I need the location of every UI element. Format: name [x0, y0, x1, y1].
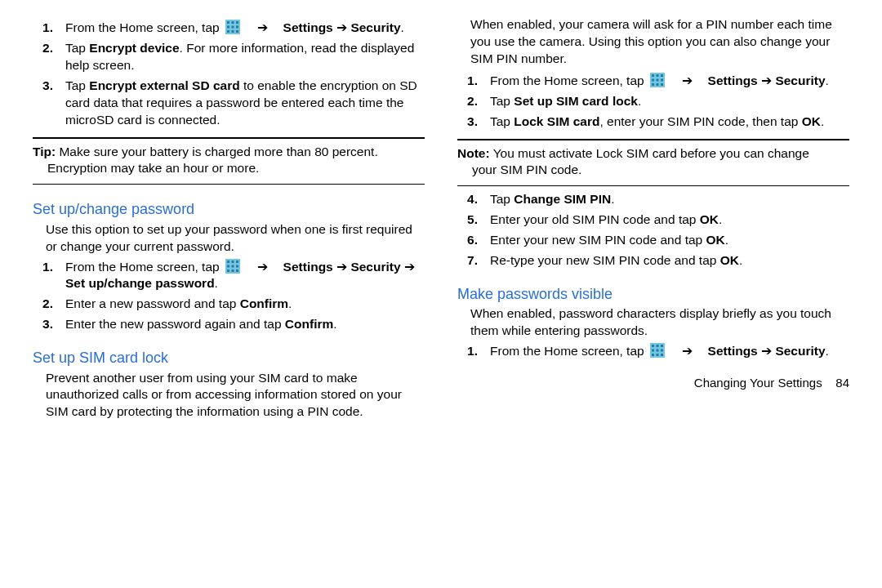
- svg-rect-32: [656, 345, 658, 347]
- svg-rect-13: [236, 261, 238, 263]
- svg-rect-37: [652, 354, 654, 356]
- svg-rect-34: [652, 350, 654, 352]
- svg-rect-3: [236, 21, 238, 24]
- svg-rect-4: [227, 26, 229, 29]
- svg-rect-24: [652, 78, 654, 81]
- svg-rect-19: [236, 270, 238, 272]
- right-column: When enabled, your camera will ask for a…: [457, 16, 849, 424]
- encrypt-step-2: Tap Encrypt device. For more information…: [65, 40, 425, 74]
- svg-rect-16: [236, 265, 238, 267]
- sim-lock-cont: When enabled, your camera will ask for a…: [470, 16, 849, 68]
- svg-rect-2: [231, 21, 234, 24]
- svg-rect-11: [227, 261, 229, 263]
- left-column: From the Home screen, tap ➔ Settings ➔ ➔…: [33, 16, 425, 424]
- sim-step-1: From the Home screen, tap ➔ Settings ➔ S…: [490, 73, 849, 90]
- svg-rect-26: [661, 78, 663, 81]
- sim-step-6: Enter your new SIM PIN code and tap OK.: [490, 232, 849, 249]
- divider: [457, 185, 849, 186]
- sim-step-5: Enter your old SIM PIN code and tap OK.: [490, 212, 849, 229]
- password-step-3: Enter the new password again and tap Con…: [65, 316, 425, 333]
- svg-rect-36: [661, 350, 663, 352]
- svg-rect-12: [231, 261, 234, 263]
- svg-rect-29: [661, 83, 663, 86]
- svg-rect-6: [236, 26, 238, 29]
- password-intro: Use this option to set up your password …: [46, 221, 425, 256]
- svg-rect-1: [227, 21, 229, 24]
- heading-sim-lock: Set up SIM card lock: [33, 348, 425, 368]
- footer-label: Changing Your Settings: [694, 376, 822, 390]
- svg-rect-14: [227, 265, 229, 267]
- heading-setup-password: Set up/change password: [33, 199, 425, 219]
- svg-rect-28: [656, 83, 658, 86]
- divider: [33, 137, 425, 139]
- sim-lock-intro: Prevent another user from using your SIM…: [46, 370, 425, 421]
- svg-rect-7: [227, 30, 229, 33]
- svg-rect-15: [231, 265, 234, 267]
- sim-step-7: Re-type your new SIM PIN code and tap OK…: [490, 252, 849, 270]
- heading-visible-passwords: Make passwords visible: [457, 284, 849, 304]
- sim-note: Note: You must activate Lock SIM card be…: [457, 145, 849, 180]
- svg-rect-31: [652, 345, 654, 347]
- svg-rect-23: [661, 74, 663, 77]
- apps-icon: [650, 343, 665, 358]
- apps-icon: [225, 259, 240, 274]
- svg-rect-22: [656, 74, 658, 77]
- svg-rect-18: [231, 270, 234, 272]
- svg-rect-27: [652, 83, 654, 86]
- tip-note: Tip: Make sure your battery is charged m…: [33, 144, 425, 178]
- sim-step-4: Tap Change SIM PIN.: [490, 191, 849, 208]
- svg-rect-8: [231, 30, 234, 33]
- svg-rect-21: [652, 74, 654, 77]
- svg-rect-33: [661, 345, 663, 347]
- sim-step-2: Tap Set up SIM card lock.: [490, 93, 849, 110]
- sim-step-3: Tap Lock SIM card, enter your SIM PIN co…: [490, 114, 849, 131]
- page-footer: Changing Your Settings 84: [457, 375, 849, 391]
- svg-rect-5: [231, 26, 234, 29]
- page-number: 84: [835, 376, 849, 390]
- svg-rect-39: [661, 354, 663, 356]
- divider: [33, 184, 425, 185]
- encrypt-step-3: Tap Encrypt external SD card to enable t…: [65, 78, 425, 129]
- svg-rect-9: [236, 30, 238, 33]
- divider: [457, 139, 849, 140]
- apps-icon: [650, 73, 665, 87]
- password-step-2: Enter a new password and tap Confirm.: [65, 296, 425, 313]
- svg-rect-25: [656, 78, 658, 81]
- visible-step-1: From the Home screen, tap ➔ Settings ➔ S…: [490, 343, 849, 360]
- svg-rect-17: [227, 270, 229, 272]
- password-step-1: From the Home screen, tap ➔ Settings ➔ S…: [65, 259, 425, 293]
- encrypt-step-1: From the Home screen, tap ➔ Settings ➔ ➔…: [65, 20, 425, 37]
- svg-rect-38: [656, 354, 658, 356]
- visible-intro: When enabled, password characters displa…: [470, 305, 849, 340]
- apps-icon: [225, 20, 240, 34]
- svg-rect-35: [656, 350, 658, 352]
